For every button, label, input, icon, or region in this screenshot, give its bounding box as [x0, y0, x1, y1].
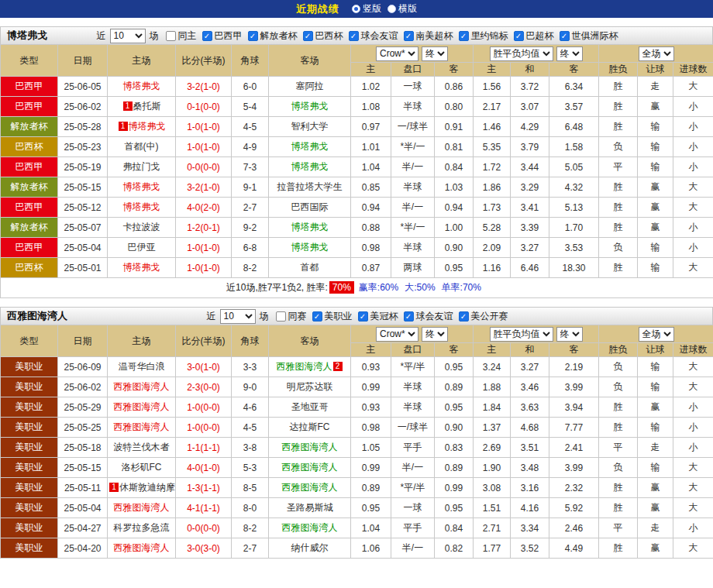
match-score[interactable]: 1-0(0-0)	[176, 418, 232, 438]
home-team-name[interactable]: 温哥华白浪	[119, 361, 165, 372]
match-score[interactable]: 3-2(1-0)	[176, 177, 232, 198]
filter-option[interactable]: ✓巴西甲	[202, 29, 243, 43]
checkbox-checked-icon[interactable]: ✓	[248, 31, 258, 41]
home-team-name[interactable]: 弗拉门戈	[123, 161, 160, 172]
checkbox-checked-icon[interactable]: ✓	[303, 31, 313, 41]
match-score[interactable]: 0-0(0-0)	[176, 518, 232, 538]
home-team-name[interactable]: 西雅图海湾人	[114, 421, 170, 432]
odds-time-select[interactable]: 终	[422, 46, 448, 61]
home-team-name[interactable]: 博塔弗戈	[123, 81, 160, 91]
filter-option[interactable]: ✓世俱洲际杯	[560, 29, 618, 43]
avg-source-select[interactable]: 胜平负均值	[490, 46, 553, 61]
match-count-select[interactable]: 10	[110, 29, 146, 43]
match-score[interactable]: 1-0(1-0)	[176, 238, 232, 258]
away-team-name[interactable]: 西雅图海湾人	[282, 522, 338, 533]
home-team-name[interactable]: 科罗拉多急流	[114, 522, 170, 533]
checkbox-checked-icon[interactable]: ✓	[514, 31, 524, 41]
home-team-name[interactable]: 西雅图海湾人	[114, 502, 170, 513]
match-score[interactable]: 1-0(0-0)	[176, 397, 232, 418]
away-team-name[interactable]: 拉普拉塔大学生	[277, 181, 343, 192]
match-score[interactable]: 1-3(1-1)	[176, 478, 232, 498]
away-team-name[interactable]: 西雅图海湾人	[282, 482, 338, 493]
away-team-name[interactable]: 达拉斯FC	[290, 421, 330, 432]
checkbox-checked-icon[interactable]: ✓	[349, 31, 359, 41]
filter-option[interactable]: ✓球会友谊	[404, 310, 453, 323]
checkbox-unchecked-icon[interactable]	[276, 311, 286, 322]
checkbox-checked-icon[interactable]: ✓	[404, 31, 414, 41]
away-team-name[interactable]: 塞阿拉	[296, 81, 324, 91]
home-team-name[interactable]: 波特兰伐木者	[114, 442, 170, 452]
away-team-name[interactable]: 西雅图海湾人	[277, 361, 332, 372]
scope-select[interactable]: 全场	[639, 327, 674, 342]
checkbox-checked-icon[interactable]: ✓	[459, 311, 469, 322]
odds-time-select[interactable]: 终	[422, 327, 448, 342]
home-team-name[interactable]: 博塔弗戈	[123, 201, 160, 212]
away-team-name[interactable]: 博塔弗戈	[291, 161, 329, 172]
home-team-name[interactable]: 西雅图海湾人	[114, 381, 170, 392]
match-score[interactable]: 1-0(1-0)	[176, 258, 232, 278]
checkbox-unchecked-icon[interactable]	[166, 31, 176, 41]
away-team-name[interactable]: 博塔弗戈	[291, 141, 329, 152]
home-team-name[interactable]: 西雅图海湾人	[114, 401, 170, 412]
match-score[interactable]: 4-0(1-0)	[176, 458, 232, 478]
match-score[interactable]: 1-2(0-1)	[176, 218, 232, 238]
filter-option[interactable]: ✓美职业	[312, 310, 353, 323]
checkbox-checked-icon[interactable]: ✓	[202, 31, 212, 41]
home-team-name[interactable]: 博塔弗戈	[123, 262, 160, 273]
filter-option[interactable]: ✓巴超杯	[514, 29, 554, 43]
checkbox-checked-icon[interactable]: ✓	[358, 311, 368, 322]
home-team-name[interactable]: 休斯敦迪纳摩	[119, 482, 175, 493]
match-score[interactable]: 4-1(1-1)	[176, 498, 232, 518]
filter-option[interactable]: ✓巴西杯	[303, 29, 343, 43]
away-team-name[interactable]: 圣地亚哥	[291, 401, 329, 412]
radio-selected-icon[interactable]	[352, 5, 360, 13]
checkbox-checked-icon[interactable]: ✓	[560, 31, 570, 41]
checkbox-checked-icon[interactable]: ✓	[459, 31, 469, 41]
match-score[interactable]: 0-1(0-0)	[176, 97, 232, 117]
home-team-name[interactable]: 卡拉波波	[123, 222, 160, 232]
away-team-name[interactable]: 西雅图海湾人	[282, 462, 338, 473]
odds-source-select[interactable]: Crow*	[376, 327, 418, 342]
away-team-name[interactable]: 巴西国际	[291, 201, 329, 212]
home-team-name[interactable]: 西雅图海湾人	[114, 542, 170, 553]
away-team-name[interactable]: 博塔弗戈	[291, 222, 329, 232]
away-team-name[interactable]: 圣路易斯城	[287, 502, 333, 513]
match-score[interactable]: 3-2(1-0)	[176, 77, 232, 97]
scope-select[interactable]: 全场	[639, 46, 674, 61]
odds-source-select[interactable]: Crow*	[376, 46, 418, 61]
filter-option[interactable]: 同赛	[276, 310, 307, 323]
away-team-name[interactable]: 纳什威尔	[291, 542, 329, 553]
away-team-name[interactable]: 首都	[301, 262, 319, 273]
filter-option[interactable]: ✓南美超杯	[404, 29, 453, 43]
avg-time-select[interactable]: 终	[556, 327, 583, 342]
match-score[interactable]: 3-0(3-0)	[176, 538, 232, 559]
filter-option[interactable]: ✓美公开赛	[459, 310, 508, 323]
layout-option-vertical[interactable]: 竖版	[352, 2, 381, 15]
avg-source-select[interactable]: 胜平负均值	[490, 327, 553, 342]
match-score[interactable]: 4-0(2-0)	[176, 198, 232, 218]
match-score[interactable]: 3-0(1-0)	[176, 357, 232, 377]
layout-option-horizontal[interactable]: 横版	[388, 2, 417, 15]
filter-option[interactable]: ✓美冠杯	[358, 310, 398, 323]
away-team-name[interactable]: 智利大学	[291, 121, 329, 132]
checkbox-checked-icon[interactable]: ✓	[404, 311, 414, 322]
home-team-name[interactable]: 博塔弗戈	[129, 121, 166, 132]
match-score[interactable]: 1-0(1-0)	[176, 117, 232, 137]
match-count-select[interactable]: 10	[220, 309, 256, 324]
away-team-name[interactable]: 西雅图海湾人	[282, 442, 338, 452]
home-team-name[interactable]: 博塔弗戈	[123, 181, 160, 192]
checkbox-checked-icon[interactable]: ✓	[312, 311, 322, 322]
match-score[interactable]: 0-0(0-0)	[176, 157, 232, 177]
match-score[interactable]: 1-0(1-0)	[176, 137, 232, 157]
filter-option[interactable]: ✓解放者杯	[248, 29, 298, 43]
match-score[interactable]: 2-3(0-0)	[176, 377, 232, 397]
away-team-name[interactable]: 博塔弗戈	[291, 101, 329, 112]
home-team-name[interactable]: 巴伊亚	[128, 242, 156, 253]
filter-option[interactable]: ✓球会友谊	[349, 29, 398, 43]
away-team-name[interactable]: 明尼苏达联	[287, 381, 333, 392]
home-team-name[interactable]: 桑托斯	[133, 101, 161, 112]
match-score[interactable]: 1-1(1-1)	[176, 438, 232, 458]
home-team-name[interactable]: 首都(中)	[125, 141, 159, 152]
avg-time-select[interactable]: 终	[556, 46, 583, 61]
filter-option[interactable]: 同主	[166, 29, 197, 43]
